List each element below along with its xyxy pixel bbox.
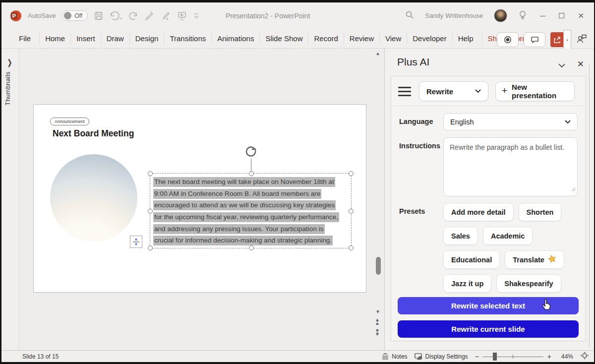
- slide[interactable]: Announcement Next Board Meeting The next…: [33, 104, 366, 293]
- tab-help[interactable]: Help: [452, 33, 479, 45]
- new-presentation-button[interactable]: + New presentation: [495, 81, 575, 101]
- fit-to-window-icon[interactable]: [580, 352, 589, 361]
- tab-draw[interactable]: Draw: [101, 33, 129, 45]
- next-slide-button[interactable]: ▼▼: [375, 329, 379, 336]
- rewrite-current-slide-button[interactable]: Rewrite current slide: [398, 320, 579, 338]
- share-dropdown[interactable]: ›: [563, 30, 571, 50]
- previous-slide-button[interactable]: ▲▲: [375, 318, 379, 325]
- zoom-out-button[interactable]: −: [475, 353, 479, 361]
- resize-grip-icon[interactable]: [571, 184, 576, 194]
- preset-academic[interactable]: Academic: [483, 227, 533, 245]
- vertical-scrollbar[interactable]: ▲ ▼ ▲▲ ▼▼: [374, 49, 383, 350]
- resize-handle-se[interactable]: [349, 245, 354, 250]
- preset-educational[interactable]: Educational: [443, 250, 500, 269]
- language-value: English: [450, 118, 474, 126]
- thumbnails-label: Thumbnails: [4, 71, 11, 106]
- selected-text-line[interactable]: crucial for informed decision-making and…: [153, 236, 333, 245]
- redo-icon[interactable]: [129, 11, 138, 20]
- display-settings-button[interactable]: Display Settings: [415, 353, 468, 360]
- slide-title[interactable]: Next Board Meeting: [53, 128, 134, 139]
- plus-ai-card: Rewrite + New presentation Language Engl…: [391, 76, 586, 341]
- powerpoint-logo-icon[interactable]: P: [10, 10, 21, 21]
- tab-home[interactable]: Home: [39, 33, 70, 45]
- panel-close-icon[interactable]: ✕: [577, 59, 584, 69]
- body-text[interactable]: The next board meeting will take place o…: [153, 176, 349, 246]
- selected-text-line[interactable]: and addressing any pressing issues. Your…: [153, 224, 325, 234]
- thumbnails-pane-collapsed[interactable]: ❯ Thumbnails: [1, 49, 19, 350]
- presets-label: Presets: [399, 203, 443, 215]
- undo-icon[interactable]: [110, 11, 122, 20]
- tab-file[interactable]: File: [13, 33, 39, 45]
- zoom-in-button[interactable]: +: [547, 353, 551, 361]
- preset-translate[interactable]: Translate: [505, 250, 564, 269]
- selected-text-line[interactable]: encouraged to attend as we will be discu…: [153, 200, 336, 210]
- slideshow-icon[interactable]: [177, 11, 187, 20]
- search-icon[interactable]: [405, 10, 414, 21]
- record-button[interactable]: [497, 32, 519, 47]
- notes-button[interactable]: Notes: [381, 353, 407, 360]
- scrollbar-thumb[interactable]: [376, 257, 381, 275]
- save-icon[interactable]: [94, 11, 103, 20]
- slide-indicator: Slide 13 of 15: [1, 353, 59, 360]
- rewrite-selected-text-button[interactable]: Rewrite selected text: [398, 297, 579, 314]
- expand-thumbnails-icon[interactable]: ❯: [7, 58, 12, 67]
- highlighter-pen-icon[interactable]: [161, 11, 171, 20]
- new-presentation-label: New presentation: [512, 83, 568, 100]
- maximize-button[interactable]: ☐: [558, 11, 565, 20]
- resize-handle-w[interactable]: [148, 209, 153, 214]
- scroll-up-icon[interactable]: ▲: [375, 51, 380, 56]
- autosave-toggle[interactable]: Off: [62, 10, 88, 21]
- preset-add-more-detail[interactable]: Add more detail: [443, 203, 514, 221]
- minimize-button[interactable]: ─: [540, 11, 545, 20]
- comments-button[interactable]: [524, 32, 545, 47]
- selected-text-line[interactable]: for the upcoming fiscal year, reviewing …: [153, 212, 339, 222]
- scroll-down-icon[interactable]: ▼: [375, 309, 380, 314]
- zoom-slider[interactable]: [483, 353, 543, 361]
- preset-shorten[interactable]: Shorten: [519, 203, 562, 221]
- zoom-slider-handle[interactable]: [493, 353, 497, 361]
- close-button[interactable]: ✕: [578, 11, 584, 20]
- ink-pen-icon[interactable]: [144, 11, 154, 20]
- preset-sales[interactable]: Sales: [443, 227, 478, 245]
- resize-handle-sw[interactable]: [148, 245, 153, 250]
- avatar[interactable]: [494, 9, 507, 22]
- user-name[interactable]: Sandy Writtenhouse: [425, 12, 483, 19]
- selected-text-line[interactable]: 9:00 AM in Conference Room B. All board …: [153, 189, 321, 199]
- resize-handle-nw[interactable]: [148, 171, 153, 176]
- tab-developer[interactable]: Developer: [407, 33, 452, 45]
- preset-shakespearify[interactable]: Shakespearify: [496, 274, 561, 293]
- qat-overflow-icon[interactable]: [193, 13, 199, 19]
- instructions-textarea[interactable]: Rewrite the paragraph as a bullet list.: [443, 137, 578, 196]
- plus-icon: +: [502, 85, 507, 96]
- menu-icon[interactable]: [397, 86, 412, 97]
- resize-handle-ne[interactable]: [349, 171, 354, 176]
- sphere-image[interactable]: [50, 154, 137, 242]
- tab-slide-show[interactable]: Slide Show: [259, 33, 308, 45]
- tab-view[interactable]: View: [379, 33, 407, 45]
- star-icon: [548, 255, 556, 265]
- tab-record[interactable]: Record: [308, 33, 343, 45]
- zoom-percent[interactable]: 44%: [558, 353, 573, 360]
- share-button[interactable]: ›: [550, 31, 571, 48]
- lightbulb-icon[interactable]: [518, 10, 527, 22]
- tab-animations[interactable]: Animations: [211, 33, 259, 45]
- resize-handle-n[interactable]: [249, 171, 254, 176]
- announcement-badge[interactable]: Announcement: [50, 118, 89, 125]
- preset-jazz-it-up[interactable]: Jazz it up: [443, 274, 491, 293]
- rotate-handle-icon[interactable]: [244, 145, 258, 160]
- tab-review[interactable]: Review: [344, 33, 379, 45]
- tab-insert[interactable]: Insert: [70, 33, 101, 45]
- selected-text-box[interactable]: The next board meeting will take place o…: [150, 173, 352, 248]
- resize-handle-s[interactable]: [249, 245, 254, 250]
- window-title: Presentation2 - PowerPoint: [226, 2, 310, 29]
- autosave-state: Off: [74, 12, 82, 19]
- panel-collapse-icon[interactable]: [558, 61, 565, 70]
- autofit-options-button[interactable]: [130, 236, 142, 248]
- language-dropdown[interactable]: English: [443, 113, 578, 130]
- presenter-coach-icon[interactable]: [576, 34, 587, 46]
- resize-handle-e[interactable]: [349, 209, 354, 214]
- mode-dropdown[interactable]: Rewrite: [419, 81, 488, 101]
- tab-transitions[interactable]: Transitions: [164, 33, 211, 45]
- selected-text-line[interactable]: The next board meeting will take place o…: [153, 177, 335, 187]
- tab-design[interactable]: Design: [129, 33, 164, 45]
